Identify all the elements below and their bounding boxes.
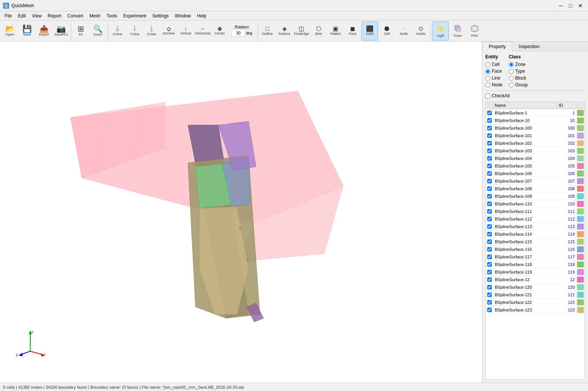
toolbar-center-button[interactable]: ⊕Center <box>211 22 228 41</box>
table-row[interactable]: BSplineSurface-10 10 <box>486 117 585 124</box>
toolbar-light-button[interactable]: Light <box>432 22 449 41</box>
table-row[interactable]: BSplineSurface-107 107 <box>486 177 585 185</box>
row-check[interactable] <box>486 171 493 176</box>
toolbar-feature-button[interactable]: ◈Feature <box>276 22 293 41</box>
toolbar-savepict-button[interactable]: 📷SavePict <box>53 22 69 41</box>
class-block-radio[interactable] <box>509 76 514 81</box>
table-row[interactable]: BSplineSurface-111 111 <box>486 208 585 215</box>
toolbar-solid-button[interactable]: ⬛Solid <box>361 22 378 41</box>
table-row[interactable]: BSplineSurface-116 116 <box>486 246 585 253</box>
row-check[interactable] <box>486 201 493 206</box>
toolbar-zoom-button[interactable]: 🔍Zoom <box>89 22 106 41</box>
menu-item-experiment[interactable]: Experiment <box>120 13 149 19</box>
row-check[interactable] <box>486 292 493 297</box>
menu-item-mesh[interactable]: Mesh <box>86 13 103 19</box>
row-check[interactable] <box>486 300 493 305</box>
toolbar-trans-button[interactable]: Trans <box>449 22 466 41</box>
toolbar-face-button[interactable]: ◼Face <box>344 22 361 41</box>
toolbar-fit-button[interactable]: ⊞Fit <box>72 22 89 41</box>
toolbar-save-button[interactable]: 💾Save <box>19 22 35 41</box>
row-check[interactable] <box>486 110 493 116</box>
toolbar-outline-button[interactable]: □Outline <box>259 22 276 41</box>
class-zone-radio[interactable] <box>509 62 514 67</box>
maximize-button[interactable]: □ <box>566 2 575 9</box>
row-check[interactable] <box>486 163 493 169</box>
row-check[interactable] <box>486 231 493 237</box>
class-group-radio[interactable] <box>509 83 514 88</box>
table-row[interactable]: BSplineSurface-109 109 <box>486 192 585 200</box>
toolbar-zview-button[interactable]: iZZView <box>143 22 160 41</box>
table-row[interactable]: BSplineSurface-120 120 <box>486 283 585 291</box>
menu-item-tools[interactable]: Tools <box>103 13 120 19</box>
menu-item-help[interactable]: Help <box>194 13 210 19</box>
menu-item-settings[interactable]: Settings <box>149 13 172 19</box>
menu-item-window[interactable]: Window <box>172 13 194 19</box>
row-check[interactable] <box>486 156 493 161</box>
row-check[interactable] <box>486 277 493 282</box>
row-check[interactable] <box>486 224 493 229</box>
close-button[interactable]: ✕ <box>576 2 585 9</box>
rotation-input[interactable] <box>231 29 245 37</box>
toolbar-isoview-button[interactable]: ◇IsoView <box>160 22 177 41</box>
row-check[interactable] <box>486 148 493 153</box>
row-check[interactable] <box>486 239 493 244</box>
check-all-checkbox[interactable] <box>485 94 490 99</box>
menu-item-file[interactable]: File <box>2 13 15 19</box>
minimize-button[interactable]: ─ <box>556 2 565 9</box>
row-check[interactable] <box>486 216 493 222</box>
toolbar-inside-button[interactable]: ⊙Inside <box>413 22 429 41</box>
table-row[interactable]: BSplineSurface-1 1 <box>486 109 585 117</box>
entity-cell-radio[interactable] <box>485 62 490 67</box>
row-check[interactable] <box>486 209 493 214</box>
row-check[interactable] <box>486 194 493 199</box>
table-row[interactable]: BSplineSurface-105 105 <box>486 162 585 170</box>
table-row[interactable]: BSplineSurface-102 102 <box>486 139 585 147</box>
class-type-radio[interactable] <box>509 69 514 74</box>
toolbar-pers-button[interactable]: Pers <box>466 22 483 41</box>
entity-node-radio[interactable] <box>485 83 490 88</box>
row-check[interactable] <box>486 307 493 313</box>
row-check[interactable] <box>486 254 493 260</box>
menu-item-edit[interactable]: Edit <box>15 13 29 19</box>
toolbar-yview-button[interactable]: iYYView <box>126 22 143 41</box>
tab-inspection[interactable]: Inspection <box>512 42 546 51</box>
table-row[interactable]: BSplineSurface-115 115 <box>486 238 585 246</box>
entity-line-radio[interactable] <box>485 76 490 81</box>
menu-item-report[interactable]: Report <box>45 13 64 19</box>
toolbar-node-button[interactable]: ·Node <box>396 22 412 41</box>
table-row[interactable]: BSplineSurface-112 112 <box>486 215 585 223</box>
table-row[interactable]: BSplineSurface-121 121 <box>486 291 585 299</box>
table-row[interactable]: BSplineSurface-123 123 <box>486 306 585 314</box>
table-row[interactable]: BSplineSurface-117 117 <box>486 253 585 261</box>
toolbar-horizontal-button[interactable]: ↔Horizontal <box>194 22 211 41</box>
row-check[interactable] <box>486 247 493 252</box>
table-row[interactable]: BSplineSurface-122 122 <box>486 299 585 306</box>
table-row[interactable]: BSplineSurface-103 103 <box>486 147 585 155</box>
toolbar-open-button[interactable]: 📂Open <box>2 22 18 41</box>
toolbar-export-button[interactable]: 📤Export <box>36 22 52 41</box>
toolbar-xview-button[interactable]: iXXView <box>109 22 126 41</box>
row-check[interactable] <box>486 118 493 123</box>
toolbar-cell-button[interactable]: ⬢Cell <box>378 22 395 41</box>
tab-property[interactable]: Property <box>482 42 512 51</box>
viewport[interactable]: y x z <box>0 42 482 383</box>
row-check[interactable] <box>486 186 493 191</box>
toolbar-vertical-button[interactable]: ↕Vertical <box>177 22 194 41</box>
row-check[interactable] <box>486 125 493 131</box>
table-row[interactable]: BSplineSurface-113 113 <box>486 223 585 230</box>
row-check[interactable] <box>486 133 493 138</box>
table-row[interactable]: BSplineSurface-104 104 <box>486 155 585 162</box>
table-row[interactable]: BSplineSurface-114 114 <box>486 230 585 238</box>
row-check[interactable] <box>486 178 493 184</box>
row-check[interactable] <box>486 262 493 267</box>
toolbar-wire-button[interactable]: ⬡Wire <box>310 22 327 41</box>
table-row[interactable]: BSplineSurface-106 106 <box>486 170 585 177</box>
table-row[interactable]: BSplineSurface-118 118 <box>486 261 585 268</box>
table-row[interactable]: BSplineSurface-110 110 <box>486 200 585 208</box>
row-check[interactable] <box>486 269 493 275</box>
table-row[interactable]: BSplineSurface-12 12 <box>486 276 585 283</box>
table-row[interactable]: BSplineSurface-108 108 <box>486 185 585 192</box>
menu-item-convert[interactable]: Convert <box>64 13 86 19</box>
table-row[interactable]: BSplineSurface-101 101 <box>486 132 585 139</box>
table-row[interactable]: BSplineSurface-100 100 <box>486 124 585 132</box>
